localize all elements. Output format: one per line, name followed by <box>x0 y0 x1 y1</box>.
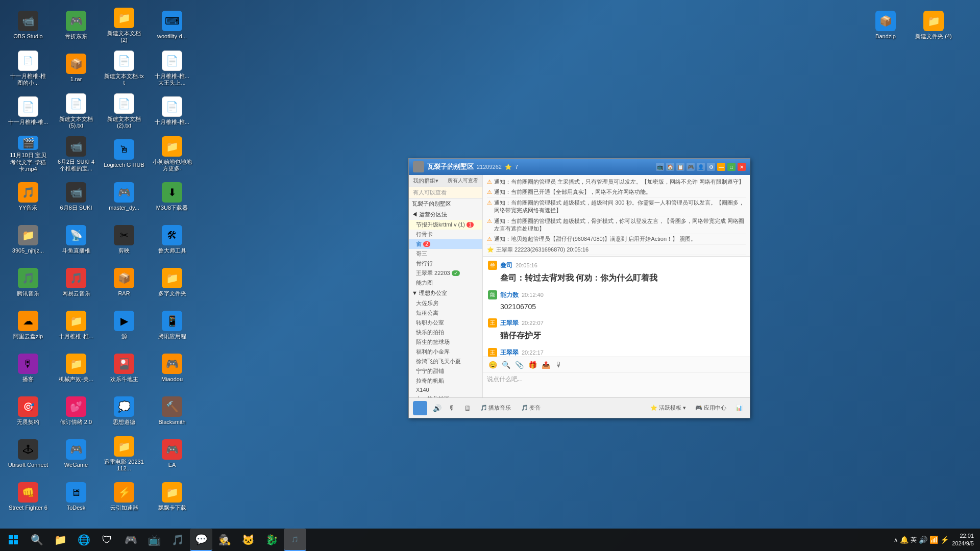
titlebar-btn-settings[interactable]: ⚙ <box>707 163 715 171</box>
chart-btn[interactable]: 📊 <box>732 404 746 412</box>
titlebar-btn-maximize[interactable]: □ <box>727 163 736 171</box>
desktop-icon-rar1[interactable]: 📦 1.rar <box>53 48 99 89</box>
titlebar-btn-game[interactable]: 🎮 <box>687 163 695 171</box>
desktop-icon-folder-r1[interactable]: 📁 新建文件夹 (4) <box>911 5 957 46</box>
desktop-icon-ea[interactable]: 🎮 EA <box>149 434 195 474</box>
systray-expand[interactable]: ∧ <box>894 537 898 543</box>
sidebar-section-yunying[interactable]: ◀ 运营分区法 <box>409 209 482 220</box>
desktop-icon-streetfighter[interactable]: 👊 Street Fighter 6 <box>5 477 51 517</box>
taskbar-music[interactable]: 🎵 <box>166 529 189 551</box>
taskbar-clock[interactable]: 22:01 2024/9/5 <box>952 532 974 548</box>
start-button[interactable] <box>2 529 24 551</box>
taskbar-files[interactable]: 📁 <box>49 529 71 551</box>
taskbar-browser[interactable]: 🌐 <box>72 529 95 551</box>
sidebar-item-duanzu[interactable]: 短租公寓 <box>409 308 482 318</box>
systray-icon-network[interactable]: 📶 <box>929 536 938 544</box>
taskbar-extra1[interactable]: 🐱 <box>237 529 259 551</box>
taskbar-app-yy[interactable]: 🎵 <box>284 529 306 551</box>
systray-icon-power[interactable]: ⚡ <box>940 536 949 544</box>
desktop-icon-suki2[interactable]: 📹 6月8日 SUKI <box>53 177 99 217</box>
desktop-icon-rar2[interactable]: 📦 RAR <box>101 262 147 303</box>
desktop-icon-wootility[interactable]: ⌨ wootility-d... <box>149 5 195 46</box>
chat-input-box[interactable]: 说点什么吧... <box>483 373 750 397</box>
app-center-btn[interactable]: 🎮 应用中心 <box>692 403 729 413</box>
desktop-icon-todesk[interactable]: 🖥 ToDesk <box>53 477 99 517</box>
taskbar-chat[interactable]: 💬 <box>190 529 212 551</box>
systray-icon-lang[interactable]: 英 <box>911 536 917 544</box>
systray-icon-notify[interactable]: 🔔 <box>900 536 909 544</box>
desktop-icon-player[interactable]: ▶ 源 <box>101 305 147 346</box>
desktop-icon-bandzip[interactable]: 📦 Bandzip <box>863 5 909 46</box>
sidebar-item-mosheng[interactable]: 陌生的篮球场 <box>409 337 482 347</box>
titlebar-btn-list[interactable]: 📋 <box>676 163 684 171</box>
desktop-icon-yingxiang[interactable]: 📁 迅雷电影 20231112... <box>101 434 147 474</box>
desktop-icon-file1[interactable]: 📄 十一月椎椎-椎图的小... <box>5 48 51 89</box>
desktop-icon-miaodou[interactable]: 🎮 Miaodou <box>149 348 195 389</box>
desktop-icon-folder3[interactable]: 📁 多字文件夹 <box>149 262 195 303</box>
desktop-icon-qqmusic2[interactable]: 🎵 网易云音乐 <box>53 262 99 303</box>
attach-btn[interactable]: 📎 <box>513 359 525 370</box>
desktop-icon-file3[interactable]: 📄 十月椎椎-椎... 大王头上... <box>149 48 195 89</box>
desktop-icon-txmusic[interactable]: 🎵 腾讯音乐 <box>5 262 51 303</box>
taskbar-search[interactable]: 🔍 <box>26 529 48 551</box>
send-btn[interactable]: 📤 <box>540 359 551 370</box>
sidebar-item-ningning[interactable]: 宁宁的甜铺 <box>409 366 482 376</box>
titlebar-btn-user[interactable]: 👤 <box>697 163 705 171</box>
sidebar-item-fuli[interactable]: 福利的小金库 <box>409 347 482 357</box>
desktop-icon-txvideo[interactable]: 📱 腾讯应用程 <box>149 305 195 346</box>
volume-btn[interactable]: 🔊 <box>431 403 443 414</box>
titlebar-btn-home[interactable]: 🏠 <box>666 163 674 171</box>
sidebar-item-laqi[interactable]: 拉奇的帆船 <box>409 376 482 386</box>
desktop-icon-obs[interactable]: 📹 OBS Studio <box>5 5 51 46</box>
desktop-icon-capcut[interactable]: ✂ 剪映 <box>101 219 147 260</box>
desktop-icon-yunyin[interactable]: ⚡ 云引加速器 <box>101 477 147 517</box>
sidebar-item-x140[interactable]: X140 <box>409 386 482 394</box>
desktop-icon-logitech[interactable]: 🖱 Logitech G HUB <box>101 134 147 174</box>
sidebar-item-jiebao[interactable]: 节报升级krttml v (1) 1 <box>409 220 482 230</box>
titlebar-btn-tv[interactable]: 📺 <box>656 163 664 171</box>
desktop-icon-obs2[interactable]: 📹 6月2日 SUKI 4个椎椎的宝... <box>53 134 99 174</box>
taskbar-security[interactable]: 🛡 <box>96 529 118 551</box>
desktop-icon-file6[interactable]: 📄 新建文本文档 (2).txt <box>101 91 147 132</box>
desktop-icon-folder4[interactable]: 📁 十月椎椎-椎... <box>53 305 99 346</box>
sidebar-section-lixiang[interactable]: ▼ 理想办公室 <box>409 288 482 298</box>
systray-icon-volume[interactable]: 🔊 <box>919 536 927 544</box>
taskbar-tv[interactable]: 📺 <box>143 529 165 551</box>
desktop-icon-piaopao[interactable]: 📁 飘飘卡下载 <box>149 477 195 517</box>
desktop-icon-huanle[interactable]: 🎴 欢乐斗地主 <box>101 348 147 389</box>
audio-btn[interactable]: 🎙 <box>553 359 565 370</box>
titlebar-btn-minimize[interactable]: — <box>717 163 725 171</box>
sound-change-btn[interactable]: 🎵 变音 <box>518 403 544 413</box>
my-channels-label[interactable]: 我的群组▾ <box>413 177 438 185</box>
desktop-icon-qicai[interactable]: 🎮 骨折东东 <box>53 5 99 46</box>
sidebar-item-gesen[interactable]: 哥三 <box>409 249 482 259</box>
sidebar-item-dayi[interactable]: 大一的化校园 <box>409 394 482 397</box>
gift-btn[interactable]: 🎁 <box>527 359 538 370</box>
sidebar-item-chuang[interactable]: 窗 2 <box>409 239 482 249</box>
active-template-btn[interactable]: ⭐ 活跃模板 ▾ <box>647 403 689 413</box>
desktop-icon-podcast[interactable]: 🎙 播客 <box>5 348 51 389</box>
sidebar-item-dazuo[interactable]: 大佐乐房 <box>409 298 482 308</box>
desktop-icon-yunpan[interactable]: ☁ 阿里云盘zip <box>5 305 51 346</box>
sidebar-item-zhuanzhioffice[interactable]: 转职办公室 <box>409 318 482 328</box>
desktop-icon-file7[interactable]: 📄 十月椎椎-椎... <box>149 91 195 132</box>
desktop-icon-m3u8[interactable]: ⬇ M3U8下载器 <box>149 177 195 217</box>
desktop-icon-njhz[interactable]: 📁 3905_njhjz... <box>5 219 51 260</box>
desktop-icon-file4[interactable]: 📄 十一月椎椎-椎... <box>5 91 51 132</box>
desktop-icon-file2[interactable]: 📄 新建文本文档.txt <box>101 48 147 89</box>
desktop-icon-qingding[interactable]: 💕 倾订情绪 2.0 <box>53 391 99 432</box>
search-chat-btn[interactable]: 🔍 <box>500 359 511 370</box>
mic-btn[interactable]: 🎙 <box>447 403 458 414</box>
desktop-icon-wugames[interactable]: 🎯 无畏契约 <box>5 391 51 432</box>
desktop-icon-folder2[interactable]: 📁 小初始地也地地方更多- <box>149 134 195 174</box>
taskbar-extra2[interactable]: 🐉 <box>260 529 283 551</box>
taskbar-game[interactable]: 🎮 <box>119 529 142 551</box>
desktop-icon-masterdyn[interactable]: 🎮 master_dy... <box>101 177 147 217</box>
desktop-icon-wegame[interactable]: 🎮 WeGame <box>53 434 99 474</box>
desktop-icon-ubisoft[interactable]: 🕹 Ubisoft Connect <box>5 434 51 474</box>
desktop-icon-yidong[interactable]: 💭 思想道德 <box>101 391 147 432</box>
sidebar-item-nengli[interactable]: 能力图 <box>409 278 482 288</box>
desktop-icon-tools[interactable]: 🛠 鲁大师工具 <box>149 219 195 260</box>
emoji-btn[interactable]: 😊 <box>487 359 498 370</box>
sidebar-item-guhang[interactable]: 骨行行 <box>409 259 482 268</box>
